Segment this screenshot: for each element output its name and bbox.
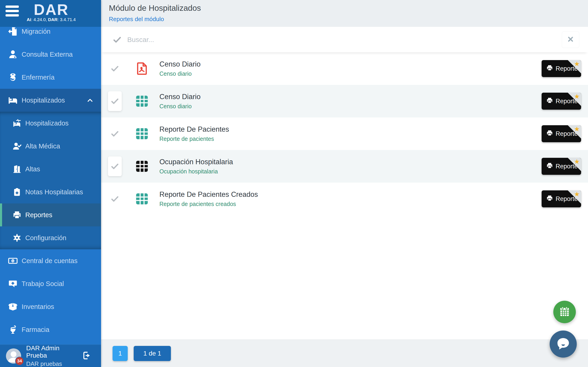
main-content: Módulo de Hospitalizados Reportes del mó… [101,0,588,367]
file-export-icon [6,26,20,36]
report-button[interactable]: Reporte ★ [542,158,581,175]
report-text: Reporte De Pacientes Creados Reporte de … [159,190,258,207]
report-subtitle: Ocupación hospitalaria [159,168,233,175]
version-dar-label: DAR [48,17,57,22]
sidebar-nav: Migración Consulta Externa Enfermería Ho… [0,20,101,344]
report-title: Reporte De Pacientes Creados [159,190,258,199]
sidebar-item-label: Hospitalizados [22,97,65,104]
sidebar-item-label: Central de cuentas [22,257,78,265]
sign-out-button[interactable] [82,351,91,361]
hamburger-menu-button[interactable] [6,5,19,18]
row-check-icon[interactable] [108,124,122,144]
printer-icon [546,65,553,73]
star-icon: ★ [574,126,580,132]
clear-search-button[interactable] [562,31,579,48]
report-text: Censo Diario Censo diario [159,93,200,110]
report-title: Censo Diario [159,93,200,101]
sidebar-item-label: Configuración [25,234,66,242]
nurse-icon [6,72,20,82]
app-version: Ai: 4.24.0, DAR: 3.4.71.4 [20,17,82,22]
bed-icon [6,95,20,105]
sidebar-item-label: Reportes [25,211,52,219]
sidebar-item-central-de-cuentas[interactable]: 1 Central de cuentas [0,249,101,272]
search-bar [101,27,588,52]
sidebar-item-label: Alta Médica [25,142,60,150]
select-all-check-icon[interactable] [112,35,122,44]
user-info: DAR Admin Prueba DAR pruebas [26,344,82,367]
pagination-page-button[interactable]: 1 [112,346,128,361]
user-org: DAR pruebas [26,360,82,367]
sidebar-item-label: Consulta Externa [22,51,73,58]
printer-icon [546,130,553,138]
report-subtitle: Censo diario [159,70,200,77]
report-button[interactable]: Reporte ★ [542,190,581,207]
sidebar-item-inventarios[interactable]: Inventarios [0,295,101,318]
sidebar-item-farmacia[interactable]: Farmacia [0,318,101,341]
version-ai-value: : 4.24.0, [31,17,48,22]
user-check-icon [10,142,23,151]
sidebar-item-reportes[interactable]: Reportes [0,203,101,226]
search-input[interactable] [127,36,562,44]
row-check-icon[interactable] [108,59,122,78]
calendar-icon [559,306,571,318]
box-open-icon [6,302,20,312]
printer-icon [546,97,553,106]
report-button[interactable]: Reporte ★ [542,125,581,142]
sidebar-item-hospitalizados-sub[interactable]: Hospitalizados [0,112,101,135]
row-check-icon[interactable] [108,156,122,176]
sidebar-submenu-hospitalizados: Hospitalizados Alta Médica Altas [0,112,101,249]
bed-pulse-icon [10,119,23,128]
version-ai-label: Ai [27,17,31,22]
pagination-summary[interactable]: 1 de 1 [134,346,171,361]
comment-medical-icon [6,279,20,289]
report-row: Censo Diario Censo diario Reporte ★ [101,52,588,85]
report-text: Ocupación Hospitalaria Ocupación hospita… [159,158,233,175]
sidebar-item-label: Altas [25,165,40,173]
sidebar: DAR Ai: 4.24.0, DAR: 3.4.71.4 Migración … [0,0,101,367]
svg-text:1: 1 [12,259,14,262]
close-icon [567,36,574,43]
table-icon [135,94,150,108]
app-logo: DAR [20,2,82,17]
sidebar-item-notas-hospitalarias[interactable]: Notas Hospitalarias [0,181,101,203]
report-text: Reporte De Pacientes Reporte de paciente… [159,125,229,142]
avatar[interactable]: 34 [6,348,21,364]
chat-fab-button[interactable] [550,331,577,358]
report-subtitle: Reporte de pacientes [159,135,229,142]
sidebar-item-consulta-externa[interactable]: Consulta Externa [0,43,101,66]
sidebar-item-configuracion[interactable]: Configuración [0,226,101,249]
gear-icon [10,233,23,242]
sidebar-item-label: Enfermería [22,74,54,81]
sidebar-item-hospitalizados[interactable]: Hospitalizados [0,89,101,112]
user-name: DAR Admin Prueba [26,344,82,359]
report-button[interactable]: Reporte ★ [542,60,581,77]
sidebar-user-panel: 34 DAR Admin Prueba DAR pruebas [0,344,101,367]
clipboard-medical-icon [10,187,23,197]
pagination-bar: 1 1 de 1 [101,340,588,367]
report-title: Ocupación Hospitalaria [159,158,233,166]
notification-badge: 34 [15,357,24,365]
report-button[interactable]: Reporte ★ [542,93,581,110]
report-title: Censo Diario [159,60,200,68]
sidebar-item-altas[interactable]: Altas [0,158,101,181]
report-row: Ocupación Hospitalaria Ocupación hospita… [101,150,588,183]
star-icon: ★ [574,93,580,100]
row-check-icon[interactable] [108,91,122,111]
calendar-fab-button[interactable] [553,301,576,323]
content-header: Módulo de Hospitalizados Reportes del mó… [101,0,588,27]
report-subtitle: Reporte de pacientes creados [159,201,258,207]
pharmacy-icon [6,325,20,335]
printer-icon [546,162,553,171]
sidebar-item-enfermeria[interactable]: Enfermería [0,66,101,89]
report-subtitle: Censo diario [159,103,200,110]
sidebar-item-label: Farmacia [22,326,49,334]
sidebar-item-trabajo-social[interactable]: Trabajo Social [0,272,101,295]
sidebar-item-alta-medica[interactable]: Alta Médica [0,135,101,158]
money-bill-icon: 1 [6,256,20,266]
report-title: Reporte De Pacientes [159,125,229,133]
sidebar-header: DAR Ai: 4.24.0, DAR: 3.4.71.4 [0,0,101,27]
report-row: Reporte De Pacientes Reporte de paciente… [101,117,588,150]
row-check-icon[interactable] [108,189,122,209]
module-reports-link[interactable]: Reportes del módulo [109,16,164,23]
table-icon [135,192,150,206]
